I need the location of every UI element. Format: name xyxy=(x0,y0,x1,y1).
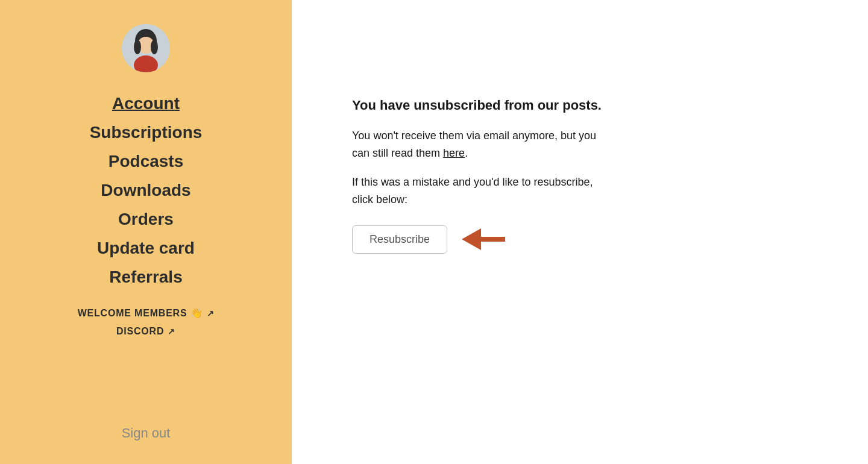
sidebar-item-orders[interactable]: Orders xyxy=(24,206,268,233)
sidebar-item-referrals[interactable]: Referrals xyxy=(24,264,268,290)
sidebar-item-downloads[interactable]: Downloads xyxy=(24,177,268,204)
content-box: You have unsubscribed from our posts. Yo… xyxy=(352,96,602,254)
resubscribe-button[interactable]: Resubscribe xyxy=(352,225,447,254)
resubscribe-row: Resubscribe xyxy=(352,225,602,254)
body-text-line1: You won't receive them via email anymore… xyxy=(352,130,596,142)
sign-out-button[interactable]: Sign out xyxy=(122,421,171,446)
sidebar-item-account[interactable]: Account xyxy=(24,90,268,117)
arrow-icon xyxy=(459,226,508,252)
unsubscribe-title: You have unsubscribed from our posts. xyxy=(352,96,602,115)
body-text-line2: can still read them xyxy=(352,147,440,159)
resubscribe-line2: click below: xyxy=(352,193,407,205)
discord-label: DISCORD xyxy=(116,326,164,337)
welcome-members-label: WELCOME MEMBERS 👋 xyxy=(78,307,203,319)
sidebar-item-discord[interactable]: DISCORD ↗ xyxy=(24,324,268,339)
resubscribe-text: If this was a mistake and you'd like to … xyxy=(352,174,602,208)
avatar xyxy=(122,24,170,72)
here-link[interactable]: here xyxy=(443,147,465,159)
nav-menu: Account Subscriptions Podcasts Downloads… xyxy=(0,90,292,446)
sidebar-item-podcasts[interactable]: Podcasts xyxy=(24,148,268,175)
external-link-icon: ↗ xyxy=(207,309,215,318)
sidebar-item-update-card[interactable]: Update card xyxy=(24,235,268,262)
main-content: You have unsubscribed from our posts. Yo… xyxy=(292,0,868,464)
external-link-icon-discord: ↗ xyxy=(168,327,175,336)
svg-point-5 xyxy=(151,40,158,54)
unsubscribe-body: You won't receive them via email anymore… xyxy=(352,127,602,162)
resubscribe-line1: If this was a mistake and you'd like to … xyxy=(352,176,593,188)
sidebar: Account Subscriptions Podcasts Downloads… xyxy=(0,0,292,464)
period: . xyxy=(465,147,468,159)
sidebar-item-welcome-members[interactable]: WELCOME MEMBERS 👋 ↗ xyxy=(24,305,268,321)
svg-point-4 xyxy=(134,40,141,54)
svg-marker-6 xyxy=(462,228,505,250)
sidebar-item-subscriptions[interactable]: Subscriptions xyxy=(24,119,268,146)
